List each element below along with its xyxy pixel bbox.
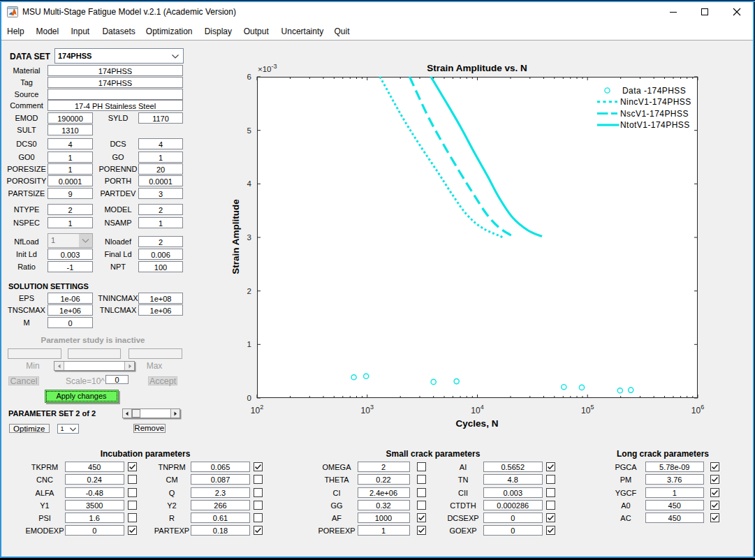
svg-text:106: 106 bbox=[691, 404, 704, 415]
svg-text:Strain Amplitude: Strain Amplitude bbox=[230, 199, 241, 274]
svg-text:0: 0 bbox=[247, 394, 251, 402]
svg-text:103: 103 bbox=[361, 404, 374, 415]
svg-text:105: 105 bbox=[581, 404, 594, 415]
svg-text:×10-3: ×10-3 bbox=[258, 63, 277, 73]
svg-text:3: 3 bbox=[247, 233, 251, 242]
svg-text:Cycles, N: Cycles, N bbox=[456, 418, 499, 429]
svg-text:5: 5 bbox=[247, 126, 251, 135]
svg-text:1: 1 bbox=[247, 340, 251, 348]
svg-text:102: 102 bbox=[251, 404, 263, 415]
svg-text:Data -174PHSS: Data -174PHSS bbox=[622, 86, 686, 96]
svg-text:6: 6 bbox=[247, 73, 251, 81]
svg-text:Strain Amplitude vs. N: Strain Amplitude vs. N bbox=[427, 63, 527, 73]
svg-text:NincV1-174PHSS: NincV1-174PHSS bbox=[620, 97, 691, 107]
svg-text:104: 104 bbox=[471, 404, 483, 415]
svg-text:NtotV1-174PHSS: NtotV1-174PHSS bbox=[620, 120, 690, 130]
svg-text:4: 4 bbox=[247, 179, 252, 188]
svg-text:2: 2 bbox=[247, 287, 251, 295]
svg-text:NscV1-174PHSS: NscV1-174PHSS bbox=[620, 109, 689, 119]
